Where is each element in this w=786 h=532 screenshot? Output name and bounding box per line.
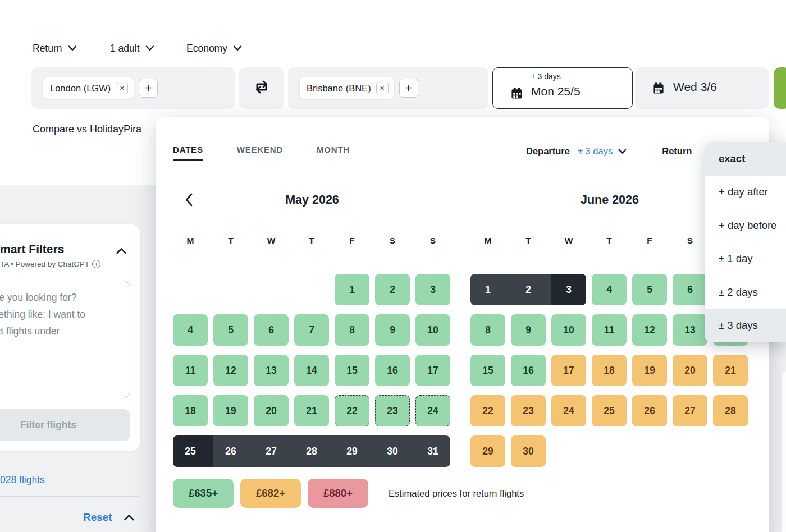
day-cell-5[interactable]: 5 (213, 314, 248, 346)
chevron-up-icon[interactable] (124, 514, 135, 521)
day-cell-4[interactable]: 4 (592, 274, 627, 305)
day-cell-17[interactable]: 17 (415, 355, 450, 386)
departure-flex-value[interactable]: ± 3 days (578, 146, 613, 157)
destination-chip[interactable]: Brisbane (BNE) × (299, 77, 395, 99)
flexibility-dropdown: exact+ day after+ day before± 1 day± 2 d… (705, 142, 786, 342)
day-cell-2[interactable]: 2 (375, 274, 410, 305)
day-cell-24[interactable]: 24 (415, 395, 450, 426)
remove-destination-icon[interactable]: × (376, 82, 389, 94)
day-cell-6[interactable]: 6 (673, 274, 707, 305)
day-cell-13[interactable]: 13 (673, 314, 707, 346)
day-cell-31[interactable]: 31 (415, 435, 450, 467)
day-cell-14[interactable]: 14 (294, 355, 329, 386)
day-cell-10[interactable]: 10 (415, 314, 450, 346)
day-cell-29[interactable]: 29 (335, 435, 369, 467)
departure-date-field[interactable]: ± 3 days Mon 25/5 (492, 67, 633, 109)
day-cell-6[interactable]: 6 (254, 314, 289, 346)
day-cell-18[interactable]: 18 (173, 395, 208, 426)
return-date-field[interactable]: Wed 3/6 (635, 67, 769, 109)
day-cell-8[interactable]: 8 (335, 314, 369, 346)
origin-chip[interactable]: London (LGW) × (43, 77, 134, 99)
empty-day-cell (294, 274, 329, 305)
day-cell-19[interactable]: 19 (213, 395, 248, 426)
flex-option--2-days[interactable]: ± 2 days (705, 276, 786, 309)
flex-option--3-days[interactable]: ± 3 days (705, 309, 786, 343)
day-cell-23[interactable]: 23 (375, 395, 410, 426)
day-cell-26[interactable]: 26 (632, 395, 667, 426)
add-origin-button[interactable]: + (139, 79, 158, 98)
destination-field[interactable]: Brisbane (BNE) × + (288, 67, 488, 109)
day-cell-13[interactable]: 13 (254, 355, 289, 386)
origin-field[interactable]: London (LGW) × + (31, 67, 235, 109)
day-cell-2[interactable]: 2 (511, 274, 546, 305)
day-cell-20[interactable]: 20 (254, 395, 289, 426)
day-cell-16[interactable]: 16 (511, 355, 546, 386)
day-cell-30[interactable]: 30 (511, 435, 546, 467)
day-cell-3[interactable]: 3 (415, 274, 450, 305)
passengers-selector[interactable]: 1 adult (110, 41, 154, 56)
tab-month[interactable]: MONTH (317, 145, 350, 161)
day-cell-9[interactable]: 9 (511, 314, 546, 346)
day-cell-21[interactable]: 21 (294, 395, 329, 426)
weekday-header-row: MTWTFSS (173, 236, 450, 246)
day-cell-1[interactable]: 1 (335, 274, 369, 305)
day-cell-12[interactable]: 12 (632, 314, 667, 346)
day-cell-12[interactable]: 12 (213, 355, 248, 386)
reset-control[interactable]: Reset (83, 511, 135, 524)
compare-link[interactable]: Compare vs HolidayPira (33, 123, 141, 135)
day-cell-30[interactable]: 30 (375, 435, 410, 467)
day-cell-20[interactable]: 20 (673, 355, 707, 386)
day-cell-7[interactable]: 7 (294, 314, 329, 346)
day-cell-15[interactable]: 15 (470, 355, 505, 386)
previous-month-button[interactable] (185, 193, 193, 209)
weekday-label: M (470, 236, 505, 246)
day-cell-29[interactable]: 29 (470, 435, 505, 467)
weekday-label: W (551, 236, 586, 246)
day-cell-9[interactable]: 9 (375, 314, 410, 346)
day-cell-8[interactable]: 8 (470, 314, 505, 346)
day-cell-28[interactable]: 28 (294, 435, 329, 467)
search-button[interactable] (774, 67, 786, 109)
divider (0, 496, 140, 497)
day-cell-1[interactable]: 1 (470, 274, 505, 305)
day-cell-11[interactable]: 11 (592, 314, 627, 346)
day-cell-27[interactable]: 27 (673, 395, 707, 426)
flex-option-exact[interactable]: exact (705, 142, 786, 176)
day-cell-11[interactable]: 11 (173, 355, 208, 386)
day-cell-28[interactable]: 28 (713, 395, 748, 426)
day-cell-24[interactable]: 24 (551, 395, 586, 426)
day-cell-21[interactable]: 21 (713, 355, 748, 386)
filter-flights-button[interactable]: Filter flights (0, 409, 130, 441)
flex-option--1-day[interactable]: ± 1 day (705, 242, 786, 276)
tab-weekend[interactable]: WEEKEND (237, 145, 283, 161)
swap-airports-button[interactable] (239, 67, 284, 109)
day-cell-5[interactable]: 5 (632, 274, 667, 305)
info-icon[interactable]: i (92, 260, 100, 268)
flex-option--day-before[interactable]: + day before (705, 209, 786, 242)
day-cell-19[interactable]: 19 (632, 355, 667, 386)
day-cell-27[interactable]: 27 (254, 435, 289, 467)
day-cell-26[interactable]: 26 (213, 435, 248, 467)
day-cell-22[interactable]: 22 (470, 395, 505, 426)
collapse-chevron-up-icon[interactable] (116, 247, 127, 254)
tab-dates[interactable]: DATES (173, 145, 203, 161)
cabin-class-selector[interactable]: Economy (186, 41, 242, 56)
day-cell-17[interactable]: 17 (551, 355, 586, 386)
day-cell-10[interactable]: 10 (551, 314, 586, 346)
day-cell-16[interactable]: 16 (375, 355, 410, 386)
day-cell-22[interactable]: 22 (335, 395, 369, 426)
day-cell-23[interactable]: 23 (511, 395, 546, 426)
day-cell-25[interactable]: 25 (592, 395, 627, 426)
trip-type-selector[interactable]: Return (33, 41, 77, 56)
flights-count-link[interactable]: 028 flights (0, 474, 45, 486)
day-cell-4[interactable]: 4 (173, 314, 208, 346)
chevron-down-icon[interactable] (618, 149, 627, 154)
add-destination-button[interactable]: + (399, 79, 418, 98)
flex-option--day-after[interactable]: + day after (705, 176, 786, 209)
day-cell-25[interactable]: 25 (173, 435, 208, 467)
day-cell-3[interactable]: 3 (551, 274, 586, 305)
day-cell-18[interactable]: 18 (592, 355, 627, 386)
remove-origin-icon[interactable]: × (116, 82, 128, 94)
day-cell-15[interactable]: 15 (335, 355, 369, 386)
smart-filters-input[interactable]: t are you looking for?omething like: I w… (0, 281, 130, 398)
